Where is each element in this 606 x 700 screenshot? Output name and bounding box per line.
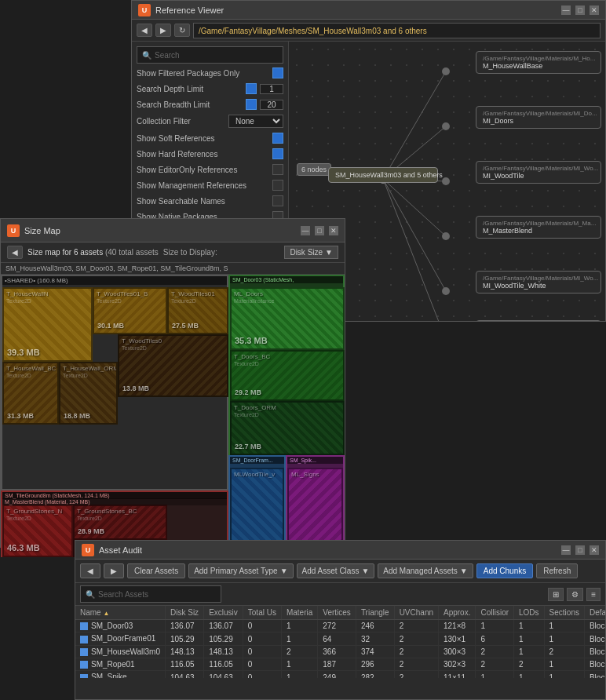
col-exclusive[interactable]: Exclusiv xyxy=(204,606,243,620)
treemap-cell-groundstonesn[interactable]: T_GroundStones_N Texture2D 46.3 MB xyxy=(2,505,73,557)
searchable-names-checkbox[interactable] xyxy=(272,195,283,206)
table-row[interactable]: SM_Spike 104.63 104.63 0 1 249 282 2 11×… xyxy=(75,671,605,678)
cell-collision: 1 xyxy=(476,620,514,633)
hard-refs-checkbox[interactable] xyxy=(272,148,283,159)
size-map-header: Size map for 6 assets xyxy=(27,248,103,257)
cell-approx: 300×3 xyxy=(439,645,476,658)
cell-sections: 1 xyxy=(544,620,584,633)
col-sections[interactable]: Sections xyxy=(544,606,584,620)
forward-button[interactable]: ▶ xyxy=(155,24,171,37)
table-row[interactable]: SM_Rope01 116.05 116.05 0 1 187 296 2 30… xyxy=(75,658,605,671)
svg-line-3 xyxy=(383,179,446,236)
depth-input[interactable] xyxy=(260,84,283,94)
size-map-close-button[interactable]: ✕ xyxy=(329,226,338,235)
audit-search-box[interactable]: 🔍 Search Assets xyxy=(80,585,221,603)
asset-audit-maximize-button[interactable]: □ xyxy=(575,545,585,555)
ref-viewer-maximize-button[interactable]: □ xyxy=(575,5,585,15)
size-map-header-text: Size map for 6 assets (40 total assets xyxy=(27,248,159,257)
col-materials[interactable]: Materia xyxy=(281,606,317,620)
treemap-cell-groundstonesbc[interactable]: T_GroundStones_BC Texture2D 28.9 MB xyxy=(73,505,167,540)
breadth-input[interactable] xyxy=(260,100,283,110)
ref-search-box[interactable]: 🔍 Search xyxy=(137,46,283,64)
audit-back-button[interactable]: ◀ xyxy=(80,563,100,578)
col-uv-channels[interactable]: UVChann xyxy=(394,606,438,620)
size-display-value: Disk Size xyxy=(290,248,323,257)
searchable-names-label: Show Searchable Names xyxy=(137,197,272,206)
treemap-cell-mldoors[interactable]: ML_Doors MaterialInstance 35.3 MB xyxy=(230,287,345,350)
asset-audit-minimize-button[interactable]: — xyxy=(561,545,571,555)
col-triangles[interactable]: Triangle xyxy=(356,606,394,620)
chevron-icon-managed: ▼ xyxy=(460,567,468,575)
treemap-cell-woodtiles01[interactable]: T_WoodTiles01 Texture2D 27.5 MB xyxy=(167,287,228,334)
asset-audit-ue-logo: U xyxy=(82,544,94,556)
breadth-checkbox[interactable] xyxy=(246,99,257,110)
graph-node-2[interactable]: /Game/FantasyVillage/Materials/MI_Do... … xyxy=(476,106,601,129)
treemap-cell-housewallorm[interactable]: T_HouseWall_ORM Texture2D 18.8 MB xyxy=(59,362,118,425)
audit-filter-row: 🔍 Search Assets ⊞ ⚙ ≡ xyxy=(75,583,605,606)
svg-point-8 xyxy=(442,122,450,130)
audit-filter-button[interactable]: ⚙ xyxy=(567,588,583,601)
table-row[interactable]: SM_Door03 136.07 136.07 0 1 272 246 2 12… xyxy=(75,620,605,633)
col-total-use[interactable]: Total Us xyxy=(243,606,281,620)
treemap-cell-housewalln[interactable]: T_HouseWallN Texture2D 39.3 MB xyxy=(2,287,93,362)
graph-node-6[interactable]: /Game/FantasyVillage/Materials/MI_Si... … xyxy=(476,320,601,321)
show-filtered-checkbox[interactable] xyxy=(272,67,283,78)
graph-node-4[interactable]: /Game/FantasyVillage/Materials/M_Ma... M… xyxy=(476,216,601,239)
audit-view-options-button[interactable]: ⊞ xyxy=(548,588,564,601)
clear-assets-button[interactable]: Clear Assets xyxy=(127,563,185,578)
asset-audit-close-button[interactable]: ✕ xyxy=(590,545,599,555)
treemap-cell-doorsbc[interactable]: T_Doors_BC Texture2D 29.2 MB xyxy=(230,350,345,401)
center-graph-node[interactable]: SM_HouseWall3m03 and 5 others xyxy=(328,167,438,183)
add-chunks-button[interactable]: Add Chunks xyxy=(476,563,533,578)
collection-filter-dropdown[interactable]: None xyxy=(228,115,283,128)
add-asset-class-button[interactable]: Add Asset Class ▼ xyxy=(297,563,375,578)
cell-disk-size: 104.63 xyxy=(166,671,204,678)
asset-audit-titlebar: U Asset Audit — □ ✕ xyxy=(75,541,605,560)
editoronly-refs-checkbox[interactable] xyxy=(272,164,283,175)
audit-columns-button[interactable]: ≡ xyxy=(586,588,601,601)
audit-search-placeholder: Search Assets xyxy=(98,590,148,599)
size-display-dropdown-button[interactable]: Disk Size ▼ xyxy=(284,246,338,259)
audit-forward-button[interactable]: ▶ xyxy=(104,563,124,578)
col-disk-size[interactable]: Disk Siz xyxy=(166,606,204,620)
graph-node-5[interactable]: /Game/FantasyVillage/Materials/MI_Wo... … xyxy=(476,271,601,293)
treemap-cell-woodtiles01b[interactable]: T_WoodTiles01_B Texture2D 30.1 MB xyxy=(93,287,167,334)
size-map-minimize-button[interactable]: — xyxy=(301,226,310,235)
add-primary-asset-type-button[interactable]: Add Primary Asset Type ▼ xyxy=(188,563,293,578)
graph-node-1[interactable]: /Game/FantasyVillage/Materials/M_Ho... M… xyxy=(476,51,601,74)
treemap-container: •SHARED• (160.8 MB) T_HouseWallN Texture… xyxy=(1,275,345,557)
col-collision[interactable]: Collisior xyxy=(476,606,514,620)
treemap-cell-doorsorm[interactable]: T_Doors_ORM Texture2D 22.7 MB xyxy=(230,401,345,455)
cell-default: BlockA xyxy=(584,620,605,633)
audit-refresh-button[interactable]: Refresh xyxy=(536,563,578,578)
size-map-back-button[interactable]: ◀ xyxy=(7,246,23,259)
cell-default: BlockA xyxy=(584,658,605,671)
soft-refs-checkbox[interactable] xyxy=(272,133,283,144)
back-button[interactable]: ◀ xyxy=(137,24,152,37)
col-vertices[interactable]: Vertices xyxy=(318,606,356,620)
management-refs-checkbox[interactable] xyxy=(272,180,283,191)
cell-collision: 6 xyxy=(476,633,514,645)
table-row[interactable]: SM_DoorFrame01 105.29 105.29 0 1 64 32 2… xyxy=(75,633,605,645)
table-row[interactable]: SM_HouseWall3m0 148.13 148.13 0 2 366 37… xyxy=(75,645,605,658)
cell-lods: 1 xyxy=(514,645,545,658)
treemap-cell-housewallbc[interactable]: T_HouseWall_BC Texture2D 31.3 MB xyxy=(2,362,59,425)
col-name[interactable]: Name ▲ xyxy=(75,606,166,620)
col-approx[interactable]: Approx. xyxy=(439,606,476,620)
ref-viewer-minimize-button[interactable]: — xyxy=(561,5,571,15)
col-lods[interactable]: LODs xyxy=(514,606,545,620)
cell-triangles: 32 xyxy=(356,633,394,645)
shared-section: •SHARED• (160.8 MB) T_HouseWallN Texture… xyxy=(1,275,228,490)
col-default[interactable]: Default xyxy=(584,606,605,620)
ref-viewer-close-button[interactable]: ✕ xyxy=(590,5,599,15)
refresh-button[interactable]: ↻ xyxy=(174,24,190,37)
cell-collision: 1 xyxy=(476,671,514,678)
cell-collision: 2 xyxy=(476,645,514,658)
graph-node-3[interactable]: /Game/FantasyVillage/Materials/MI_Wo... … xyxy=(476,161,601,184)
size-map-maximize-button[interactable]: □ xyxy=(315,226,324,235)
size-map-total: (40 total assets xyxy=(105,248,159,257)
add-managed-assets-button[interactable]: Add Managed Assets ▼ xyxy=(378,563,473,578)
treemap-cell-woodtilesorm[interactable]: T_WoodTiles0 Texture2D 13.8 MB xyxy=(118,334,228,397)
graph-node-4-path: /Game/FantasyVillage/Materials/M_Ma... xyxy=(483,220,594,227)
depth-checkbox[interactable] xyxy=(246,83,257,94)
